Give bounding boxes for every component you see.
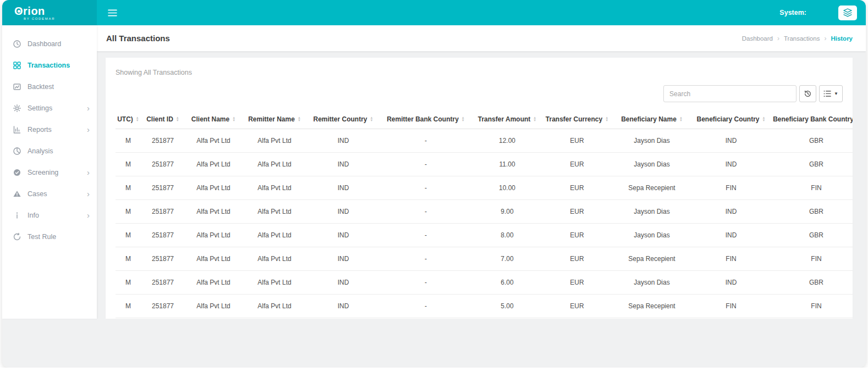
settings-icon xyxy=(13,104,21,113)
table-row[interactable]: M251877Alfa Pvt LtdAlfa Pvt LtdIND-9.00E… xyxy=(116,200,853,224)
history-icon xyxy=(804,90,812,98)
table-cell: EUR xyxy=(542,176,612,200)
table-cell: M xyxy=(116,129,141,153)
sidebar-item-screening[interactable]: Screening› xyxy=(2,162,97,183)
table-cell: Alfa Pvt Ltd xyxy=(242,200,307,224)
analysis-icon xyxy=(13,147,21,156)
table-cell: Alfa Pvt Ltd xyxy=(242,295,307,318)
column-header-utc[interactable]: UTC)▲▼ xyxy=(116,110,141,129)
sidebar-item-dashboard[interactable]: Dashboard xyxy=(2,33,97,54)
table-cell: FIN xyxy=(692,295,770,318)
table-row[interactable]: M251877Alfa Pvt LtdAlfa Pvt LtdIND-6.00E… xyxy=(116,271,853,295)
table-cell: FIN xyxy=(770,247,853,271)
table-cell: 5.00 xyxy=(472,295,542,318)
hamburger-menu-button[interactable] xyxy=(107,7,118,19)
table-row[interactable]: M251877Alfa Pvt LtdAlfa Pvt LtdIND-7.00E… xyxy=(116,247,853,271)
brand-name: Orion xyxy=(14,5,45,16)
history-button[interactable] xyxy=(799,85,816,102)
breadcrumb-item-transactions[interactable]: Transactions xyxy=(784,35,820,42)
table-row[interactable]: M251877Alfa Pvt LtdAlfa Pvt LtdIND-8.00E… xyxy=(116,224,853,247)
brand-logo[interactable]: Orion by CODEMAR xyxy=(2,0,97,25)
table-cell: IND xyxy=(692,224,770,247)
table-row[interactable]: M251877Alfa Pvt LtdAlfa Pvt LtdIND-12.00… xyxy=(116,129,853,153)
sort-icon: ▲▼ xyxy=(232,116,235,122)
table-cell: 10.00 xyxy=(472,176,542,200)
column-header-transfer-currency[interactable]: Transfer Currency▲▼ xyxy=(542,110,612,129)
sort-icon: ▲▼ xyxy=(298,116,301,122)
sort-icon: ▲▼ xyxy=(462,116,465,122)
table-cell: 12.00 xyxy=(472,129,542,153)
sort-icon: ▲▼ xyxy=(136,116,139,122)
table-cell: FIN xyxy=(692,247,770,271)
breadcrumb-item-history: History xyxy=(831,35,853,42)
column-header-remitter-country[interactable]: Remitter Country▲▼ xyxy=(307,110,380,129)
sidebar-item-transactions[interactable]: Transactions xyxy=(2,54,97,76)
table-cell: M xyxy=(116,200,141,224)
chevron-right-icon: › xyxy=(87,190,90,198)
sidebar-item-cases[interactable]: Cases› xyxy=(2,183,97,204)
table-cell: EUR xyxy=(542,247,612,271)
table-cell: IND xyxy=(307,271,380,295)
system-label: System: xyxy=(779,9,806,16)
table-cell: Jayson Dias xyxy=(612,271,692,295)
sidebar-item-analysis[interactable]: Analysis xyxy=(2,140,97,162)
table-cell: IND xyxy=(307,129,380,153)
table-cell: GBR xyxy=(770,224,853,247)
table-cell: M xyxy=(116,247,141,271)
transactions-panel: Showing All Transactions ▼ xyxy=(106,58,853,319)
table-cell: Alfa Pvt Ltd xyxy=(242,176,307,200)
sort-icon: ▲▼ xyxy=(679,116,683,122)
table-cell: 8.00 xyxy=(472,224,542,247)
chevron-right-icon: › xyxy=(87,211,90,219)
table-cell: IND xyxy=(692,271,770,295)
system-selector-button[interactable] xyxy=(838,5,857,20)
sidebar-item-label: Dashboard xyxy=(28,40,90,48)
transactions-icon xyxy=(13,61,21,70)
sidebar-item-label: Backtest xyxy=(28,83,90,91)
table-cell: - xyxy=(380,200,472,224)
column-header-client-name[interactable]: Client Name▲▼ xyxy=(185,110,242,129)
sidebar-item-label: Cases xyxy=(28,190,81,198)
table-cell: Alfa Pvt Ltd xyxy=(185,224,242,247)
table-cell: IND xyxy=(307,153,380,176)
column-label: Client ID xyxy=(146,115,173,123)
sidebar-item-settings[interactable]: Settings› xyxy=(2,97,97,119)
breadcrumb-separator: › xyxy=(777,35,779,42)
chevron-down-icon: ▼ xyxy=(834,92,838,96)
sidebar-item-backtest[interactable]: Backtest xyxy=(2,76,97,97)
breadcrumb-item-dashboard[interactable]: Dashboard xyxy=(742,35,773,42)
column-header-remitter-name[interactable]: Remitter Name▲▼ xyxy=(242,110,307,129)
column-header-remitter-bank-country[interactable]: Remitter Bank Country▲▼ xyxy=(380,110,472,129)
table-cell: Alfa Pvt Ltd xyxy=(185,271,242,295)
chevron-right-icon: › xyxy=(87,104,90,112)
search-input[interactable] xyxy=(663,85,796,102)
columns-menu-button[interactable]: ▼ xyxy=(819,85,843,102)
table-cell: Alfa Pvt Ltd xyxy=(242,224,307,247)
table-cell: EUR xyxy=(542,224,612,247)
column-label: UTC) xyxy=(117,115,133,123)
reports-icon xyxy=(13,125,21,134)
table-cell: M xyxy=(116,224,141,247)
table-row[interactable]: M251877Alfa Pvt LtdAlfa Pvt LtdIND-11.00… xyxy=(116,153,853,176)
table-cell: M xyxy=(116,271,141,295)
sidebar-item-test-rule[interactable]: Test Rule xyxy=(2,226,97,247)
sidebar-item-info[interactable]: Info› xyxy=(2,204,97,226)
table-row[interactable]: M251877Alfa Pvt LtdAlfa Pvt LtdIND-10.00… xyxy=(116,176,853,200)
sidebar-item-label: Analysis xyxy=(28,147,90,155)
sidebar-item-reports[interactable]: Reports› xyxy=(2,119,97,140)
table-cell: 251877 xyxy=(141,153,185,176)
column-header-beneficiary-bank-country[interactable]: Beneficiary Bank Country▲▼ xyxy=(770,110,853,129)
column-header-beneficiary-country[interactable]: Beneficiary Country▲▼ xyxy=(692,110,770,129)
table-cell: GBR xyxy=(770,271,853,295)
backtest-icon xyxy=(13,82,21,91)
layers-icon xyxy=(843,8,853,18)
table-cell: IND xyxy=(307,295,380,318)
chevron-right-icon: › xyxy=(87,125,90,134)
column-header-beneficiary-name[interactable]: Beneficiary Name▲▼ xyxy=(612,110,692,129)
column-header-client-id[interactable]: Client ID▲▼ xyxy=(141,110,185,129)
table-cell: 251877 xyxy=(141,271,185,295)
column-header-transfer-amount[interactable]: Transfer Amount▲▼ xyxy=(472,110,542,129)
page-title: All Transactions xyxy=(106,34,170,43)
table-row[interactable]: M251877Alfa Pvt LtdAlfa Pvt LtdIND-5.00E… xyxy=(116,295,853,318)
table-cell: FIN xyxy=(770,295,853,318)
